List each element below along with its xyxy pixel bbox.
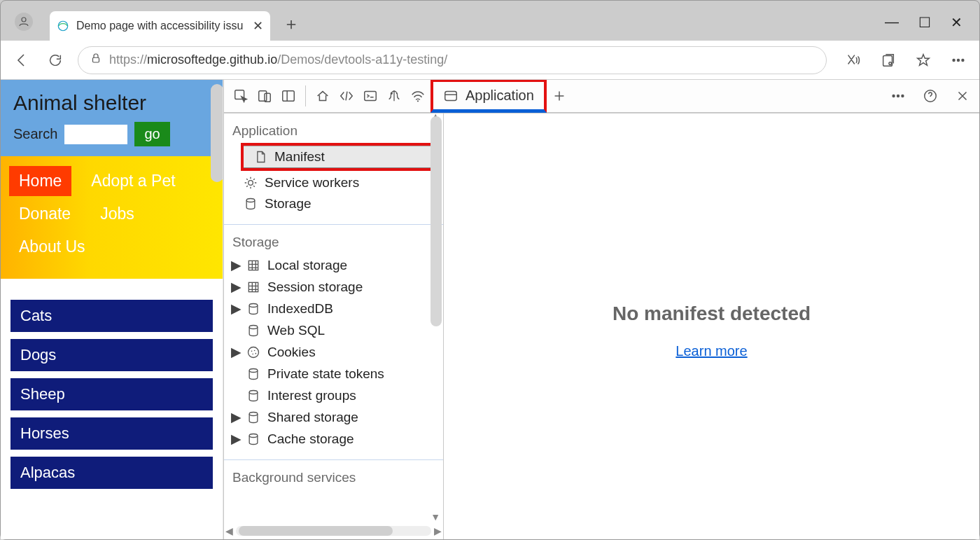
svg-point-32 [249,368,258,372]
learn-more-link[interactable]: Learn more [676,343,747,359]
svg-point-28 [251,350,253,352]
browser-tab[interactable]: Demo page with accessibility issu ✕ [50,11,270,41]
species-link[interactable]: Cats [10,300,213,332]
sidebar-item-private-state-tokens[interactable]: ▶Private state tokens [224,363,443,385]
manifest-empty-heading: No manifest detected [612,303,811,325]
svg-point-14 [396,92,398,94]
sources-tab-icon[interactable] [383,85,405,107]
close-window-icon[interactable]: ✕ [951,14,962,31]
help-icon[interactable] [919,85,941,107]
species-link[interactable]: Sheep [10,378,213,410]
species-list: Cats Dogs Sheep Horses Alpacas [1,279,223,496]
sidebar-item-websql[interactable]: ▶Web SQL [224,319,443,341]
site-title: Animal shelter [13,91,213,115]
svg-rect-23 [248,261,258,270]
back-button[interactable] [10,49,33,71]
nav-home[interactable]: Home [9,166,71,196]
sidebar-item-interest-groups[interactable]: ▶Interest groups [224,385,443,406]
chevron-right-icon: ▶ [231,431,239,447]
sidebar-scroll-down-icon[interactable]: ▼ [430,511,440,522]
nav-donate[interactable]: Donate [9,199,80,229]
window-controls: — ☐ ✕ [885,14,962,31]
panel-layout-icon[interactable] [277,85,300,107]
highlight-manifest: Manifest [241,143,440,171]
refresh-button[interactable] [44,49,66,71]
network-tab-icon[interactable] [407,85,429,107]
welcome-tab-icon[interactable] [312,85,334,107]
lock-icon [90,52,102,68]
tab-close-icon[interactable]: ✕ [253,18,263,34]
svg-point-29 [254,349,255,351]
section-background-services: Background services [224,460,443,490]
sidebar-item-manifest[interactable]: Manifest [244,146,438,168]
svg-point-21 [248,181,253,186]
svg-point-6 [958,59,960,61]
species-link[interactable]: Alpacas [10,457,213,489]
svg-rect-11 [283,91,295,102]
page-scrollbar[interactable] [211,84,223,182]
sidebar-item-session-storage[interactable]: ▶Session storage [224,276,443,298]
browser-window: Demo page with accessibility issu ✕ ＋ — … [0,0,980,540]
address-bar[interactable]: https://microsoftedge.github.io/Demos/de… [78,46,827,74]
minimize-icon[interactable]: — [885,14,899,31]
hscroll-left-icon[interactable]: ◀ [225,525,233,536]
favorite-icon[interactable] [912,49,934,71]
edge-favicon [57,20,69,32]
svg-rect-10 [265,93,270,102]
svg-point-0 [22,18,26,22]
species-link[interactable]: Horses [10,417,213,450]
sidebar-item-cookies[interactable]: ▶Cookies [224,341,443,363]
search-input[interactable] [64,125,127,144]
hscroll-right-icon[interactable]: ▶ [434,525,442,536]
svg-point-34 [249,412,258,415]
elements-tab-icon[interactable] [335,85,358,107]
maximize-icon[interactable]: ☐ [918,14,931,31]
svg-point-5 [953,59,955,61]
svg-point-1 [58,21,68,31]
devtools-panel: Application ▲ Application [223,80,979,539]
svg-rect-16 [445,91,457,100]
sidebar-item-local-storage[interactable]: ▶Local storage [224,254,443,276]
svg-point-31 [255,352,257,354]
nav-jobs[interactable]: Jobs [90,199,144,229]
url-text: https://microsoftedge.github.io/Demos/de… [109,53,447,67]
svg-point-25 [249,303,258,307]
page-hero: Animal shelter Search go [1,80,223,156]
section-application: Application [224,113,443,143]
more-menu-icon[interactable] [947,49,969,71]
nav-about[interactable]: About Us [9,232,95,262]
profile-icon[interactable] [15,13,33,31]
sidebar-item-storage[interactable]: Storage [224,193,443,214]
svg-point-26 [249,325,258,328]
page-content: Animal shelter Search go Home Adopt a Pe… [1,80,223,539]
sidebar-hscroll[interactable]: ◀ ▶ [224,524,443,538]
inspect-icon[interactable] [230,85,252,107]
collections-icon[interactable] [877,49,899,71]
chevron-right-icon: ▶ [231,344,239,360]
add-tab-button[interactable] [548,85,570,107]
svg-point-30 [252,353,253,354]
svg-rect-2 [93,57,99,62]
application-tab[interactable]: Application [430,80,547,113]
species-link[interactable]: Dogs [10,339,213,371]
sidebar-item-service-workers[interactable]: Service workers [224,172,443,193]
console-tab-icon[interactable] [359,85,382,107]
devtools-more-icon[interactable] [887,85,909,107]
svg-rect-24 [248,282,258,291]
nav-adopt[interactable]: Adopt a Pet [81,166,185,196]
sidebar-item-shared-storage[interactable]: ▶Shared storage [224,406,443,428]
content-area: Animal shelter Search go Home Adopt a Pe… [1,80,979,539]
go-button[interactable]: go [134,122,169,146]
browser-toolbar: https://microsoftedge.github.io/Demos/de… [1,41,979,80]
chevron-right-icon: ▶ [231,257,239,273]
sidebar-item-cache-storage[interactable]: ▶Cache storage [224,428,443,450]
tab-title: Demo page with accessibility issu [76,20,243,32]
sidebar-scrollbar[interactable] [430,116,442,326]
svg-point-7 [962,59,964,61]
new-tab-button[interactable]: ＋ [283,13,300,35]
read-aloud-icon[interactable] [842,49,864,71]
devtools-close-icon[interactable] [951,85,974,107]
device-toggle-icon[interactable] [253,85,276,107]
svg-point-33 [249,390,258,394]
sidebar-item-indexeddb[interactable]: ▶IndexedDB [224,298,443,319]
